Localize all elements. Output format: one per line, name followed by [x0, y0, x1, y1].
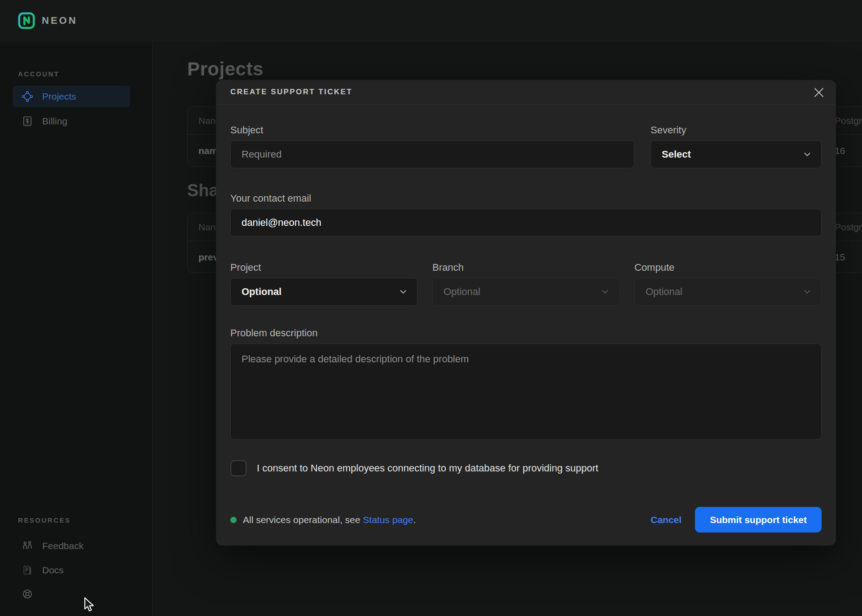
sidebar-item-projects[interactable]: Projects — [13, 86, 130, 107]
close-icon[interactable] — [813, 86, 825, 99]
consent-checkbox[interactable] — [230, 460, 246, 476]
project-name-cell: nam — [198, 145, 218, 156]
account-section-label: ACCOUNT — [18, 70, 60, 78]
sidebar-item-label: Feedback — [42, 541, 84, 551]
severity-select[interactable]: Select — [651, 141, 822, 168]
create-support-ticket-modal: CREATE SUPPORT TICKET Subject Severity S… — [216, 80, 836, 546]
service-status: All services operational, see Status pag… — [230, 515, 416, 525]
column-header-postgres: Postgr — [835, 222, 862, 233]
branch-label: Branch — [432, 262, 620, 273]
sidebar-item-docs[interactable]: Docs — [13, 559, 130, 581]
sidebar: ACCOUNT Projects Billing RESOURCES — [0, 42, 153, 616]
compute-select: Optional — [634, 278, 822, 306]
mouse-cursor — [84, 597, 97, 612]
project-name-cell: prev — [198, 252, 218, 263]
sidebar-item-support[interactable] — [13, 583, 130, 605]
sidebar-item-label: Docs — [42, 565, 64, 576]
sidebar-item-label: Billing — [42, 116, 67, 127]
modal-footer: All services operational, see Status pag… — [230, 507, 822, 532]
column-header-name: Nan — [198, 115, 216, 126]
partial-icon — [22, 613, 33, 616]
project-value-cell: 16 — [835, 145, 845, 156]
compute-label: Compute — [634, 262, 822, 273]
contact-email-input[interactable] — [230, 209, 822, 237]
project-label: Project — [230, 262, 418, 273]
problem-description-textarea[interactable] — [230, 343, 822, 440]
modal-title: CREATE SUPPORT TICKET — [230, 88, 352, 97]
topbar: NEON — [0, 0, 862, 41]
severity-value: Select — [662, 149, 691, 160]
submit-support-ticket-button[interactable]: Submit support ticket — [695, 507, 822, 532]
sidebar-item-billing[interactable]: Billing — [13, 110, 130, 132]
project-value-cell: 15 — [835, 252, 845, 263]
modal-header: CREATE SUPPORT TICKET — [216, 80, 836, 105]
chevron-down-icon — [600, 287, 610, 297]
chevron-down-icon — [398, 287, 408, 297]
subject-label: Subject — [230, 124, 634, 136]
consent-label: I consent to Neon employees connecting t… — [257, 462, 598, 474]
neon-logo-icon — [18, 12, 35, 29]
compute-value: Optional — [646, 286, 682, 298]
cancel-button[interactable]: Cancel — [651, 515, 682, 525]
neon-logo[interactable]: NEON — [18, 12, 78, 29]
chevron-down-icon — [802, 287, 812, 297]
branch-select: Optional — [432, 278, 620, 306]
severity-label: Severity — [651, 124, 822, 136]
branch-value: Optional — [444, 286, 480, 298]
column-header-name: Nan — [198, 222, 216, 233]
column-header-postgres: Postgr — [835, 115, 862, 126]
project-select[interactable]: Optional — [230, 278, 418, 306]
description-label: Problem description — [230, 327, 822, 339]
nodes-icon — [22, 91, 33, 102]
modal-body: Subject Severity Select Your contact ema… — [216, 124, 836, 532]
consent-row[interactable]: I consent to Neon employees connecting t… — [230, 460, 822, 476]
status-dot — [230, 517, 237, 523]
email-label: Your contact email — [230, 193, 822, 204]
page-title: Projects — [187, 58, 264, 80]
sidebar-item-label: Projects — [42, 91, 76, 102]
lifebuoy-icon — [22, 588, 33, 600]
brand-name: NEON — [42, 15, 78, 26]
invoice-icon — [22, 115, 33, 127]
subject-input[interactable] — [230, 141, 634, 168]
document-icon — [22, 564, 33, 576]
status-page-link[interactable]: Status page — [363, 515, 413, 525]
chevron-down-icon — [802, 150, 812, 159]
sidebar-item-feedback[interactable]: Feedback — [13, 535, 130, 557]
resources-section-label: RESOURCES — [18, 516, 71, 524]
neon-console: NEON ACCOUNT Projects Billing — [0, 0, 862, 616]
project-value: Optional — [242, 286, 281, 298]
sidebar-item-partial[interactable] — [13, 608, 130, 616]
status-text: All services operational, see Status pag… — [243, 515, 416, 525]
people-icon — [22, 540, 33, 552]
